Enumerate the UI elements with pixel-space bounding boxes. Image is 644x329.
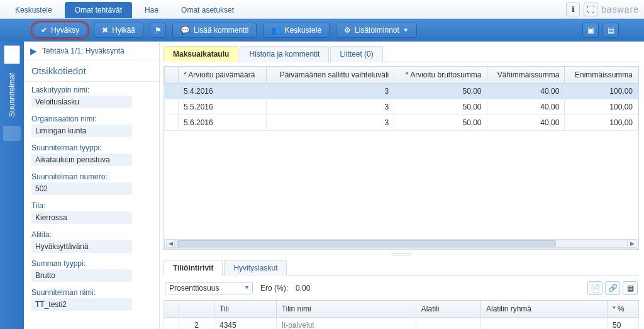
value: Limingan kunta — [31, 125, 132, 137]
col-account[interactable]: Tili — [214, 301, 277, 318]
table-row[interactable]: 5.4.2016350,0040,00100,00 — [165, 84, 638, 99]
value: Aikatauluun perustuva — [31, 153, 132, 166]
label: Alitila: — [31, 230, 157, 239]
lower-tabs: Tiliöintirivit Hyvityslaskut — [164, 259, 639, 276]
allocation-type-select[interactable]: Prosenttiosuus — [165, 282, 253, 294]
field-state: Tila: Kierrossa — [31, 201, 157, 224]
reject-button[interactable]: ✖ Hylkää — [94, 23, 143, 38]
reject-label: Hylkää — [112, 26, 135, 35]
chevron-down-icon: ▼ — [403, 27, 409, 33]
tab-history[interactable]: Historia ja kommentit — [240, 46, 329, 62]
approve-button[interactable]: ✔ Hyväksy — [33, 23, 87, 38]
top-tab-search[interactable]: Hae — [135, 2, 169, 18]
col-blank[interactable] — [164, 301, 179, 318]
link-icon: 🔗 — [608, 284, 618, 293]
top-bar: Keskustele Omat tehtävät Hae Omat asetuk… — [0, 0, 644, 19]
tab-payment-schedule[interactable]: Maksuaikataulu — [164, 46, 238, 62]
col-est-date[interactable]: * Arvioitu päivämäärä — [179, 67, 267, 84]
field-plan-name: Suunnitelman nimi: TT_testi2 — [31, 288, 157, 311]
rail-item[interactable] — [3, 126, 21, 141]
top-tab-my-settings[interactable]: Omat asetukset — [171, 2, 244, 18]
ero-label: Ero (%): — [260, 284, 288, 293]
label: Organisaation nimi: — [31, 114, 157, 123]
field-substate: Alitila: Hyväksyttävänä — [31, 230, 157, 253]
table-row[interactable]: 5.6.2016350,0040,00100,00 — [165, 115, 638, 131]
top-tab-discuss[interactable]: Keskustele — [5, 2, 62, 18]
ero-value: 0,00 — [296, 284, 310, 293]
approve-label: Hyväksy — [51, 26, 79, 35]
tab-coding-rows[interactable]: Tiliöintirivit — [164, 260, 223, 276]
top-right: ℹ ⛶ basware — [566, 3, 639, 16]
layout-icon: ▤ — [608, 26, 614, 35]
label: Summan tyyppi: — [31, 259, 157, 268]
layout-b-button[interactable]: ▤ — [602, 23, 619, 38]
scroll-right-icon[interactable]: ▶ — [628, 239, 636, 248]
add-comment-label: Lisää kommentti — [194, 26, 248, 35]
play-icon[interactable]: ▶ — [30, 46, 37, 56]
label: Suunnitelman nimi: — [31, 288, 157, 297]
col-min[interactable]: Vähimmäissumma — [487, 67, 565, 84]
side-rail: Suunnitelmat — [0, 42, 24, 329]
schedule-grid: * Arvioitu päivämäärä Päivämäärien salli… — [164, 66, 638, 131]
header-info-title: Otsikkotiedot — [24, 60, 159, 82]
discuss-button[interactable]: 👥 Keskustele — [263, 23, 330, 38]
col-subaccount-group[interactable]: Alatilin ryhmä — [480, 301, 607, 318]
coding-grid: Tili Tilin nimi Alatili Alatilin ryhmä *… — [164, 300, 639, 329]
label: Tila: — [31, 201, 157, 210]
task-title: Tehtävä 1/1: Hyväksyntä — [42, 47, 125, 55]
expand-icon[interactable]: ⛶ — [584, 3, 597, 16]
layout-a-button[interactable]: ▣ — [582, 23, 599, 38]
upper-tabs: Maksuaikataulu Historia ja kommentit Lii… — [164, 45, 639, 62]
value: Kierrossa — [31, 211, 132, 224]
col-subaccount[interactable]: Alatili — [416, 301, 480, 318]
left-pane: ▶ Tehtävä 1/1: Hyväksyntä Otsikkotiedot … — [24, 42, 160, 329]
col-range[interactable]: Päivämäärien sallittu vaihteluväli — [266, 67, 394, 84]
add-comment-button[interactable]: 💬 Lisää kommentti — [172, 23, 257, 38]
col-gross[interactable]: * Arvioitu bruttosumma — [394, 67, 487, 84]
value: TT_testi2 — [31, 298, 132, 311]
tab-credit-invoices[interactable]: Hyvityslaskut — [224, 260, 287, 276]
task-header: ▶ Tehtävä 1/1: Hyväksyntä — [24, 42, 159, 60]
label: Suunnitelman numero: — [31, 172, 157, 181]
field-organization: Organisaation nimi: Limingan kunta — [31, 114, 157, 137]
col-account-name[interactable]: Tilin nimi — [276, 301, 416, 318]
brand-logo: basware — [601, 4, 639, 14]
table-icon: 📄 — [591, 284, 600, 293]
value: 502 — [31, 182, 132, 195]
label: Suunnitelman tyyppi: — [31, 143, 157, 152]
top-tab-my-tasks[interactable]: Omat tehtävät — [65, 2, 132, 18]
scroll-thumb[interactable] — [177, 240, 556, 247]
schedule-grid-wrap: * Arvioitu päivämäärä Päivämäärien salli… — [164, 66, 639, 250]
col-selector[interactable] — [165, 67, 179, 84]
label: Laskutyypin nimi: — [31, 86, 157, 94]
info-icon[interactable]: ℹ — [566, 3, 580, 16]
grid-action-3[interactable]: ▦ — [623, 281, 638, 295]
table-row[interactable]: 5.5.2016350,0040,00100,00 — [165, 99, 638, 115]
value: Brutto — [31, 269, 132, 282]
top-tabs: Keskustele Omat tehtävät Hae Omat asetuk… — [5, 0, 244, 18]
horizontal-scrollbar[interactable]: ◀ ▶ — [164, 238, 638, 249]
split-handle[interactable] — [164, 254, 639, 255]
document-icon[interactable] — [4, 45, 20, 64]
discuss-label: Keskustele — [284, 26, 321, 35]
rail-label-plans[interactable]: Suunnitelmat — [8, 69, 16, 121]
gear-icon: ⚙ — [344, 26, 351, 35]
lower-pane: Tiliöintirivit Hyvityslaskut Prosenttios… — [164, 259, 639, 329]
scroll-track[interactable] — [175, 239, 628, 248]
col-max[interactable]: Enimmäissumma — [565, 67, 638, 84]
table-row[interactable]: 24345It-palvelut50 — [164, 318, 639, 330]
tab-attachments[interactable]: Liitteet (0) — [330, 46, 382, 62]
field-plan-type: Suunnitelman tyyppi: Aikatauluun perustu… — [31, 143, 157, 166]
scroll-left-icon[interactable]: ◀ — [166, 239, 175, 248]
lower-controls: Prosenttiosuus Ero (%): 0,00 📄 🔗 ▦ — [164, 279, 639, 298]
header-fields[interactable]: Laskutyypin nimi: Veloituslasku Organisa… — [24, 82, 159, 329]
discuss-icon: 👥 — [271, 26, 280, 35]
col-index[interactable] — [179, 301, 214, 318]
more-actions-button[interactable]: ⚙ Lisätoiminnot ▼ — [336, 23, 417, 38]
flag-button[interactable]: ⚑ — [150, 23, 166, 38]
main-area: Suunnitelmat ▶ Tehtävä 1/1: Hyväksyntä O… — [0, 42, 644, 329]
action-toolbar: ✔ Hyväksy ✖ Hylkää ⚑ 💬 Lisää kommentti 👥… — [0, 19, 644, 42]
grid-action-2[interactable]: 🔗 — [605, 281, 620, 295]
grid-action-1[interactable]: 📄 — [587, 281, 602, 295]
col-pct[interactable]: * % — [608, 301, 639, 318]
